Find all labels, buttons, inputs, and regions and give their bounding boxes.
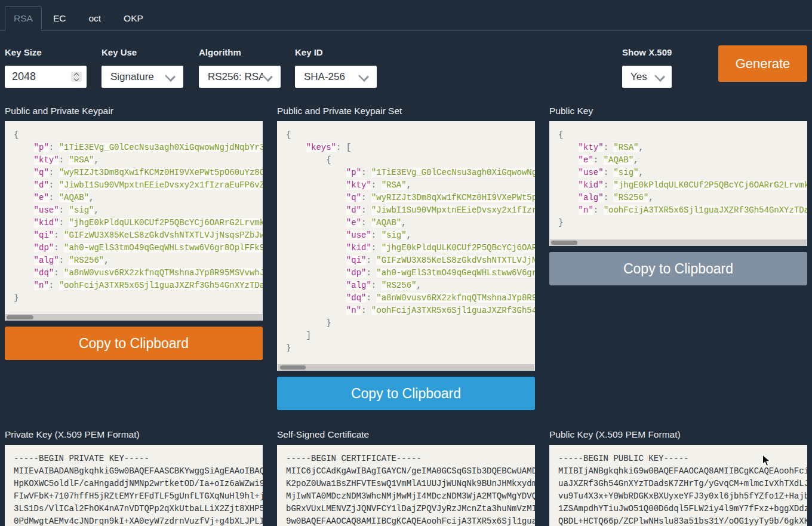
- json-key: "keys": [306, 143, 336, 152]
- json-string-value: "ah0-wgElS3tmO49qGeqWHLstww6V6gr8OplFFk9…: [64, 243, 263, 253]
- keypair-column: Public and Private Keypair { "p": "1TiE3…: [5, 105, 263, 410]
- json-punctuation: ,: [638, 168, 643, 177]
- json-punctuation: ,: [94, 205, 99, 215]
- certificate-column: Self-Signed Certificate -----BEGIN CERTI…: [277, 429, 535, 526]
- spinner-down-icon[interactable]: [74, 76, 79, 81]
- json-key: "kid": [346, 243, 371, 253]
- json-key: "dp": [34, 243, 54, 253]
- number-spinner[interactable]: [71, 72, 82, 82]
- public-key-title: Public Key: [549, 105, 807, 116]
- copy-public-key-button[interactable]: Copy to Clipboard: [549, 252, 807, 285]
- certificate-title: Self-Signed Certificate: [277, 429, 535, 440]
- json-string-value: "AQAB": [371, 218, 401, 227]
- json-key: "n": [34, 281, 49, 290]
- generator-form: Key Size 2048 Key Use Signature Algorith…: [0, 31, 812, 96]
- json-key: "d": [346, 205, 361, 215]
- copy-keypair-set-button[interactable]: Copy to Clipboard: [277, 377, 535, 410]
- key-size-group: Key Size 2048: [5, 48, 87, 88]
- json-string-value: "sig": [69, 205, 94, 215]
- json-string-value: "GIFzWU3X85KeLS8zGkdVshNTXTLVJjNsqsPZbJw…: [376, 256, 535, 265]
- tab-okp[interactable]: OKP: [112, 6, 155, 31]
- tab-rsa[interactable]: RSA: [5, 6, 42, 31]
- json-punctuation: ,: [407, 230, 411, 240]
- json-punctuation: {: [558, 130, 563, 140]
- json-punctuation: :: [49, 193, 59, 202]
- json-punctuation: :: [59, 218, 69, 227]
- scrollbar-thumb[interactable]: [280, 365, 306, 370]
- chevron-down-icon: [262, 71, 273, 82]
- algorithm-select[interactable]: RS256: RSASSA-PKCS1-v1_5 using SHA-256: [199, 66, 281, 88]
- public-pem-column: Public Key (X.509 PEM Format) -----BEGIN…: [549, 429, 807, 526]
- json-string-value: "ah0-wgElS3tmO49qGeqWHLstww6V6gr8OplFFk9…: [376, 268, 535, 278]
- json-string-value: "JiwbI1Su90VMpxtnEEieDvsxy2x1fIzraEuFP6v…: [371, 205, 535, 215]
- json-string-value: "1TiE3EVg_G0lCecNsu3agh0XiGqwowNgjdNqbYr…: [371, 168, 535, 177]
- show-x509-select[interactable]: Yes: [622, 66, 672, 88]
- public-key-code-box: { "kty": "RSA", "e": "AQAB", "use": "sig…: [549, 121, 807, 246]
- key-id-select[interactable]: SHA-256: [295, 66, 377, 88]
- json-punctuation: :: [604, 168, 614, 177]
- json-string-value: "a8nW0vusv6RX2zkfnqQTMshnaJYp8R95MSVvwhJ…: [64, 268, 263, 278]
- json-key: "use": [346, 230, 371, 240]
- json-punctuation: :: [336, 143, 346, 152]
- json-key: "alg": [34, 256, 59, 265]
- json-string-value: "JiwbI1Su90VMpxtnEEieDvsxy2x1fIzraEuFP6v…: [59, 180, 263, 190]
- certificate-text: -----BEGIN CERTIFICATE----- MIIC6jCCAdKg…: [277, 445, 535, 526]
- mouse-cursor: [762, 454, 772, 470]
- json-punctuation: :: [371, 230, 382, 240]
- json-punctuation: :: [361, 193, 371, 202]
- json-key: "d": [34, 180, 49, 190]
- generate-button[interactable]: Generate: [718, 45, 807, 82]
- json-punctuation: :: [59, 205, 69, 215]
- tab-ec[interactable]: EC: [42, 6, 78, 31]
- json-key: "qi": [34, 230, 54, 240]
- json-punctuation: }: [558, 218, 563, 227]
- results-row-1: Public and Private Keypair { "p": "1TiE3…: [0, 105, 812, 410]
- key-id-value: SHA-256: [295, 71, 359, 83]
- horizontal-scrollbar[interactable]: [5, 314, 262, 321]
- json-key: "dq": [34, 268, 54, 278]
- json-punctuation: ,: [401, 218, 406, 227]
- json-punctuation: :: [54, 243, 64, 253]
- json-string-value: "jhgE0kPldqULK0CUf2P5QBcYCj6OARrG2Lrvmkx…: [69, 218, 263, 227]
- tab-oct[interactable]: oct: [77, 6, 112, 31]
- json-punctuation: :: [361, 205, 371, 215]
- json-string-value: "AQAB": [604, 155, 633, 165]
- json-punctuation: :: [366, 256, 376, 265]
- json-key: "kty": [346, 180, 371, 190]
- json-punctuation: :: [54, 230, 64, 240]
- certificate-box: -----BEGIN CERTIFICATE----- MIIC6jCCAdKg…: [277, 445, 535, 526]
- horizontal-scrollbar[interactable]: [550, 239, 807, 246]
- key-use-group: Key Use Signature: [102, 48, 183, 88]
- horizontal-scrollbar[interactable]: [278, 364, 534, 371]
- json-punctuation: ,: [416, 281, 421, 290]
- algorithm-value: RS256: RSASSA-PKCS1-v1_5 using SHA-256: [199, 71, 263, 83]
- key-use-value: Signature: [102, 71, 165, 83]
- copy-keypair-button[interactable]: Copy to Clipboard: [5, 327, 263, 360]
- keypair-set-json: { "keys": [ { "p": "1TiE3EVg_G0lCecNsu3a…: [277, 121, 535, 362]
- json-string-value: "oohFcijA3TXR5x6Sjl1guaJXZRf3Gh54GnXYzTD…: [371, 306, 535, 315]
- json-punctuation: {: [286, 130, 291, 140]
- json-punctuation: :: [49, 168, 59, 177]
- json-key: "qi": [346, 256, 367, 265]
- json-punctuation: :: [371, 281, 382, 290]
- json-punctuation: :: [49, 143, 59, 152]
- private-pem-box: -----BEGIN PRIVATE KEY----- MIIEvAIBADAN…: [5, 445, 263, 526]
- keypair-title: Public and Private Keypair: [5, 105, 263, 116]
- algorithm-label: Algorithm: [199, 48, 281, 57]
- json-string-value: "jhgE0kPldqULK0CUf2P5QBcYCj6OARrG2Lrvmkx…: [382, 243, 535, 253]
- json-string-value: "1TiE3EVg_G0lCecNsu3agh0XiGqwowNgjdNqbYr…: [59, 143, 263, 152]
- key-size-input[interactable]: 2048: [5, 66, 87, 88]
- json-punctuation: ,: [633, 155, 638, 165]
- json-punctuation: ,: [648, 193, 653, 202]
- json-string-value: "wyRIZJt3Dm8qXw1fKCMz0HI9VXePWt5pO60uYz8…: [371, 193, 535, 202]
- scrollbar-thumb[interactable]: [551, 241, 577, 245]
- json-punctuation: :: [361, 168, 371, 177]
- algorithm-group: Algorithm RS256: RSASSA-PKCS1-v1_5 using…: [199, 48, 281, 88]
- key-use-select[interactable]: Signature: [102, 66, 183, 88]
- json-key: "e": [346, 218, 361, 227]
- json-string-value: "RS256": [613, 193, 648, 202]
- private-pem-column: Private Key (X.509 PEM Format) -----BEGI…: [5, 429, 263, 526]
- private-pem-title: Private Key (X.509 PEM Format): [5, 429, 263, 440]
- scrollbar-thumb[interactable]: [7, 315, 33, 319]
- chevron-down-icon: [165, 71, 176, 82]
